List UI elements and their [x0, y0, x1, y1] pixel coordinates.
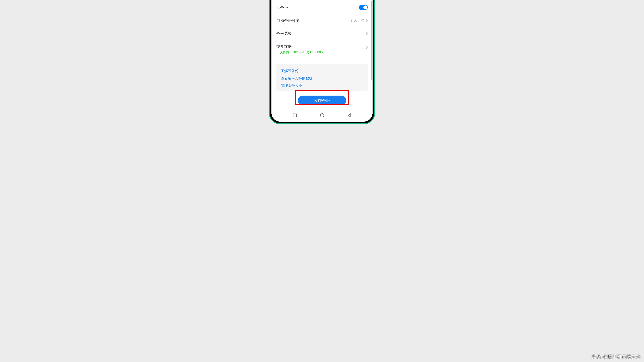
link-learn-cloud-backup[interactable]: 了解云备份: [281, 67, 363, 75]
backup-now-label: 立即备份: [314, 98, 330, 103]
link-manage-backup-size[interactable]: 管理备份大小: [281, 82, 363, 89]
frequency-label: 自动备份频率: [276, 18, 300, 23]
cloud-backup-toggle[interactable]: [359, 5, 368, 10]
chevron-right-icon: [366, 46, 368, 49]
link-supported-data[interactable]: 查看备份支持的数据: [281, 75, 363, 82]
row-backup-options[interactable]: 备份选项: [276, 27, 368, 40]
row-backup-frequency[interactable]: 自动备份频率 7 天一次: [276, 14, 368, 27]
watermark: 头条 @玩手机的张先生: [591, 354, 641, 360]
svg-point-1: [320, 114, 324, 117]
scrollbar[interactable]: [371, 1, 372, 80]
toggle-knob: [364, 5, 367, 9]
phone-frame: 云备份 自动备份频率 7 天一次 备份选项: [269, 0, 375, 124]
frequency-value: 7 天一次: [351, 18, 364, 23]
chevron-right-icon: [366, 32, 368, 35]
watermark-text: 头条 @玩手机的张先生: [591, 354, 641, 360]
phone-screen: 云备份 自动备份频率 7 天一次 备份选项: [272, 0, 372, 122]
cloud-backup-label: 云备份: [276, 5, 288, 10]
options-label: 备份选项: [276, 31, 292, 36]
nav-home-icon[interactable]: [320, 113, 324, 118]
last-backup-text: 上次备份：2020年10月13日 00:23: [276, 50, 326, 54]
content-area: 云备份 自动备份频率 7 天一次 备份选项: [272, 1, 372, 110]
android-navbar: [272, 110, 372, 122]
row-cloud-backup[interactable]: 云备份: [276, 1, 368, 14]
chevron-right-icon: [366, 19, 368, 22]
svg-rect-0: [293, 114, 296, 117]
backup-now-button[interactable]: 立即备份: [298, 96, 346, 105]
nav-back-icon[interactable]: [348, 113, 351, 117]
restore-label: 恢复数据: [276, 44, 326, 49]
row-restore-data[interactable]: 恢复数据 上次备份：2020年10月13日 00:23: [276, 40, 368, 58]
nav-recent-icon[interactable]: [293, 113, 297, 117]
links-card: 了解云备份 查看备份支持的数据 管理备份大小: [276, 64, 368, 91]
